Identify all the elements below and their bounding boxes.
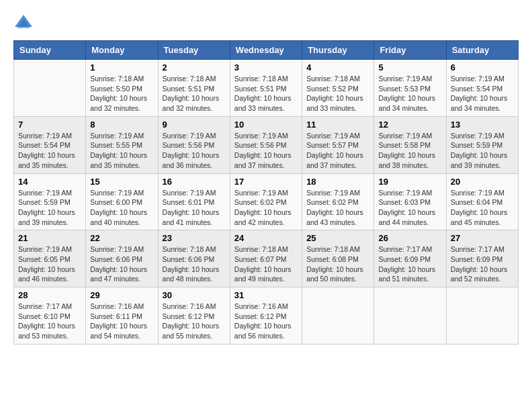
weekday-header: Thursday xyxy=(302,41,374,60)
day-info: Sunrise: 7:17 AMSunset: 6:09 PMDaylight:… xyxy=(451,244,514,284)
day-info: Sunrise: 7:19 AMSunset: 6:02 PMDaylight:… xyxy=(306,188,369,228)
day-info: Sunrise: 7:18 AMSunset: 5:50 PMDaylight:… xyxy=(90,74,153,113)
day-number: 8 xyxy=(90,120,153,130)
calendar-cell: 3Sunrise: 7:18 AMSunset: 5:51 PMDaylight… xyxy=(230,60,302,117)
day-info: Sunrise: 7:18 AMSunset: 6:08 PMDaylight:… xyxy=(306,244,369,284)
page-header xyxy=(13,13,519,34)
calendar-cell: 14Sunrise: 7:19 AMSunset: 5:59 PMDayligh… xyxy=(14,173,86,230)
day-number: 17 xyxy=(234,177,298,187)
calendar-cell: 21Sunrise: 7:19 AMSunset: 6:05 PMDayligh… xyxy=(14,230,86,287)
calendar-week-row: 1Sunrise: 7:18 AMSunset: 5:50 PMDaylight… xyxy=(14,60,519,117)
calendar-cell: 24Sunrise: 7:18 AMSunset: 6:07 PMDayligh… xyxy=(230,230,302,287)
day-number: 20 xyxy=(451,177,514,187)
calendar-week-row: 7Sunrise: 7:19 AMSunset: 5:54 PMDaylight… xyxy=(14,116,519,173)
day-info: Sunrise: 7:18 AMSunset: 6:06 PMDaylight:… xyxy=(163,244,226,284)
day-info: Sunrise: 7:19 AMSunset: 6:03 PMDaylight:… xyxy=(378,188,441,228)
day-number: 3 xyxy=(234,62,298,73)
day-info: Sunrise: 7:19 AMSunset: 5:57 PMDaylight:… xyxy=(306,131,369,171)
day-number: 27 xyxy=(451,233,514,243)
day-number: 2 xyxy=(163,62,226,73)
calendar-week-row: 28Sunrise: 7:17 AMSunset: 6:10 PMDayligh… xyxy=(14,287,519,345)
calendar-cell: 23Sunrise: 7:18 AMSunset: 6:06 PMDayligh… xyxy=(158,230,230,287)
calendar-cell xyxy=(374,287,446,345)
day-info: Sunrise: 7:16 AMSunset: 6:12 PMDaylight:… xyxy=(163,302,226,341)
day-number: 28 xyxy=(18,290,81,300)
weekday-header: Friday xyxy=(374,41,446,60)
day-number: 11 xyxy=(306,120,369,130)
day-number: 7 xyxy=(18,120,81,130)
calendar-cell: 9Sunrise: 7:19 AMSunset: 5:56 PMDaylight… xyxy=(158,116,230,173)
day-info: Sunrise: 7:18 AMSunset: 5:52 PMDaylight:… xyxy=(306,74,369,113)
weekday-header: Sunday xyxy=(14,41,86,60)
day-number: 30 xyxy=(163,290,226,300)
calendar-cell: 7Sunrise: 7:19 AMSunset: 5:54 PMDaylight… xyxy=(14,116,86,173)
day-number: 26 xyxy=(378,233,441,243)
calendar-cell: 31Sunrise: 7:16 AMSunset: 6:12 PMDayligh… xyxy=(230,287,302,345)
day-number: 10 xyxy=(234,120,298,130)
weekday-header: Monday xyxy=(86,41,158,60)
day-info: Sunrise: 7:16 AMSunset: 6:12 PMDaylight:… xyxy=(234,302,298,341)
day-info: Sunrise: 7:16 AMSunset: 6:11 PMDaylight:… xyxy=(90,302,153,341)
weekday-header: Tuesday xyxy=(158,41,230,60)
day-info: Sunrise: 7:18 AMSunset: 5:51 PMDaylight:… xyxy=(163,74,226,113)
day-number: 19 xyxy=(378,177,441,187)
day-info: Sunrise: 7:19 AMSunset: 5:53 PMDaylight:… xyxy=(378,74,441,113)
day-number: 14 xyxy=(18,177,81,187)
calendar-cell: 1Sunrise: 7:18 AMSunset: 5:50 PMDaylight… xyxy=(86,60,158,117)
calendar-cell: 18Sunrise: 7:19 AMSunset: 6:02 PMDayligh… xyxy=(302,173,374,230)
day-number: 6 xyxy=(451,62,514,73)
calendar-cell: 16Sunrise: 7:19 AMSunset: 6:01 PMDayligh… xyxy=(158,173,230,230)
calendar-cell: 29Sunrise: 7:16 AMSunset: 6:11 PMDayligh… xyxy=(86,287,158,345)
calendar-cell: 11Sunrise: 7:19 AMSunset: 5:57 PMDayligh… xyxy=(302,116,374,173)
calendar-cell: 25Sunrise: 7:18 AMSunset: 6:08 PMDayligh… xyxy=(302,230,374,287)
calendar-cell: 27Sunrise: 7:17 AMSunset: 6:09 PMDayligh… xyxy=(446,230,518,287)
day-info: Sunrise: 7:17 AMSunset: 6:10 PMDaylight:… xyxy=(18,302,81,341)
calendar-cell: 12Sunrise: 7:19 AMSunset: 5:58 PMDayligh… xyxy=(374,116,446,173)
calendar-week-row: 21Sunrise: 7:19 AMSunset: 6:05 PMDayligh… xyxy=(14,230,519,287)
calendar-cell xyxy=(446,287,518,345)
day-info: Sunrise: 7:19 AMSunset: 6:01 PMDaylight:… xyxy=(163,188,226,228)
calendar-cell: 26Sunrise: 7:17 AMSunset: 6:09 PMDayligh… xyxy=(374,230,446,287)
day-number: 31 xyxy=(234,290,298,300)
calendar-cell: 5Sunrise: 7:19 AMSunset: 5:53 PMDaylight… xyxy=(374,60,446,117)
day-info: Sunrise: 7:17 AMSunset: 6:09 PMDaylight:… xyxy=(378,244,441,284)
calendar-cell: 6Sunrise: 7:19 AMSunset: 5:54 PMDaylight… xyxy=(446,60,518,117)
day-info: Sunrise: 7:19 AMSunset: 6:02 PMDaylight:… xyxy=(234,188,298,228)
day-info: Sunrise: 7:19 AMSunset: 5:59 PMDaylight:… xyxy=(18,188,81,228)
calendar-cell: 2Sunrise: 7:18 AMSunset: 5:51 PMDaylight… xyxy=(158,60,230,117)
calendar-cell: 22Sunrise: 7:19 AMSunset: 6:06 PMDayligh… xyxy=(86,230,158,287)
calendar-cell: 13Sunrise: 7:19 AMSunset: 5:59 PMDayligh… xyxy=(446,116,518,173)
day-number: 1 xyxy=(90,62,153,73)
calendar-week-row: 14Sunrise: 7:19 AMSunset: 5:59 PMDayligh… xyxy=(14,173,519,230)
day-info: Sunrise: 7:18 AMSunset: 5:51 PMDaylight:… xyxy=(234,74,298,113)
day-number: 29 xyxy=(90,290,153,300)
calendar-cell: 17Sunrise: 7:19 AMSunset: 6:02 PMDayligh… xyxy=(230,173,302,230)
day-info: Sunrise: 7:19 AMSunset: 6:00 PMDaylight:… xyxy=(90,188,153,228)
calendar-cell: 20Sunrise: 7:19 AMSunset: 6:04 PMDayligh… xyxy=(446,173,518,230)
logo-icon xyxy=(13,13,34,34)
day-number: 25 xyxy=(306,233,369,243)
day-number: 15 xyxy=(90,177,153,187)
calendar-header: SundayMondayTuesdayWednesdayThursdayFrid… xyxy=(14,41,519,60)
day-number: 21 xyxy=(18,233,81,243)
weekday-header: Wednesday xyxy=(230,41,302,60)
calendar-cell: 28Sunrise: 7:17 AMSunset: 6:10 PMDayligh… xyxy=(14,287,86,345)
calendar-cell: 15Sunrise: 7:19 AMSunset: 6:00 PMDayligh… xyxy=(86,173,158,230)
day-number: 16 xyxy=(163,177,226,187)
day-info: Sunrise: 7:19 AMSunset: 5:54 PMDaylight:… xyxy=(18,131,81,171)
calendar-cell: 10Sunrise: 7:19 AMSunset: 5:56 PMDayligh… xyxy=(230,116,302,173)
day-info: Sunrise: 7:19 AMSunset: 6:05 PMDaylight:… xyxy=(18,244,81,284)
day-info: Sunrise: 7:19 AMSunset: 6:04 PMDaylight:… xyxy=(451,188,514,228)
day-number: 12 xyxy=(378,120,441,130)
day-info: Sunrise: 7:19 AMSunset: 5:55 PMDaylight:… xyxy=(90,131,153,171)
day-info: Sunrise: 7:19 AMSunset: 5:54 PMDaylight:… xyxy=(451,74,514,113)
day-info: Sunrise: 7:18 AMSunset: 6:07 PMDaylight:… xyxy=(234,244,298,284)
calendar-cell: 4Sunrise: 7:18 AMSunset: 5:52 PMDaylight… xyxy=(302,60,374,117)
calendar-cell xyxy=(14,60,86,117)
day-info: Sunrise: 7:19 AMSunset: 5:59 PMDaylight:… xyxy=(451,131,514,171)
day-number: 24 xyxy=(234,233,298,243)
weekday-header: Saturday xyxy=(446,41,518,60)
day-number: 18 xyxy=(306,177,369,187)
calendar-cell xyxy=(302,287,374,345)
day-info: Sunrise: 7:19 AMSunset: 6:06 PMDaylight:… xyxy=(90,244,153,284)
